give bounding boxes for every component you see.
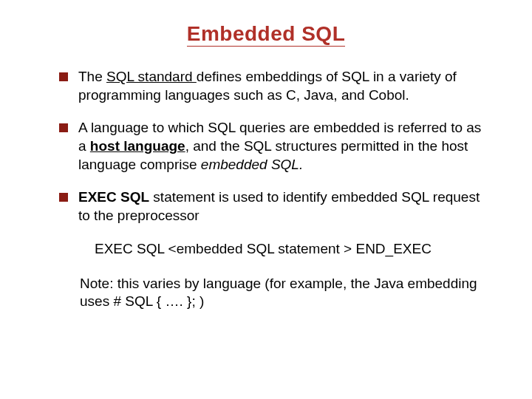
title-text-2: SQL [301,22,345,45]
bullet-text: A language to which SQL queries are embe… [78,119,488,174]
bold-text: EXEC SQL [78,189,149,205]
bold-underlined-text: host language [90,138,185,154]
square-bullet-icon [59,193,68,202]
bullet-list: The SQL standard defines embeddings of S… [59,68,488,225]
square-bullet-icon [59,123,68,132]
underlined-text: SQL standard [106,69,197,84]
slide-title: Embedded SQL [30,22,502,46]
italic-text: embedded SQL. [201,157,303,172]
title-text-1: Embedded [187,22,301,45]
square-bullet-icon [59,72,68,81]
bullet-text: The SQL standard defines embeddings of S… [78,68,488,104]
note-text: Note: this varies by language (for examp… [80,275,502,311]
bullet-item: The SQL standard defines embeddings of S… [59,68,488,104]
bullet-item: EXEC SQL statement is used to identify e… [59,188,488,225]
text-span: The [78,69,106,84]
bullet-text: EXEC SQL statement is used to identify e… [78,188,488,225]
slide: Embedded SQL The SQL standard defines em… [0,0,532,399]
code-statement: EXEC SQL <embedded SQL statement > END_E… [95,240,502,259]
bullet-item: A language to which SQL queries are embe… [59,119,488,174]
